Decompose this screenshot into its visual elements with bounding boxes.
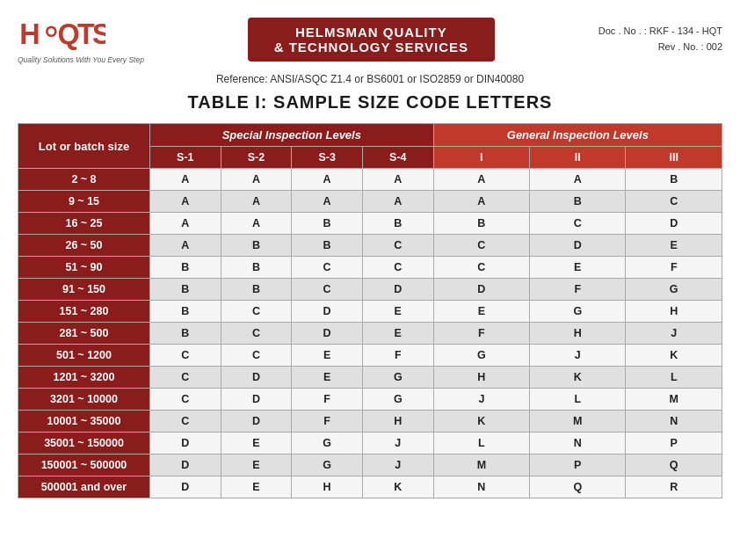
table-row: 16 ~ 25AABBBCD — [18, 213, 722, 235]
data-cell-g1: F — [433, 323, 529, 345]
general-header: General Inspection Levels — [433, 124, 722, 147]
data-cell-g3: K — [626, 345, 722, 367]
lot-range-cell: 2 ~ 8 — [18, 169, 150, 191]
data-cell-s1: D — [150, 433, 221, 455]
data-cell-s1: B — [150, 323, 221, 345]
data-cell-s2: B — [221, 235, 292, 257]
data-cell-s3: A — [292, 169, 363, 191]
data-cell-s4: G — [362, 389, 433, 411]
table-row: 10001 ~ 35000CDFHKMN — [18, 411, 722, 433]
data-cell-s3: G — [292, 455, 363, 476]
general-sub-2: III — [626, 147, 722, 169]
lot-range-cell: 1201 ~ 3200 — [18, 367, 150, 389]
special-sub-0: S-1 — [150, 147, 221, 169]
data-cell-g3: R — [626, 476, 722, 498]
data-cell-g3: H — [626, 301, 722, 323]
table-row: 35001 ~ 150000DEGJLNP — [18, 433, 722, 455]
data-cell-g3: M — [626, 389, 722, 411]
data-cell-g2: N — [530, 433, 626, 455]
data-cell-g1: K — [433, 411, 529, 433]
lot-range-cell: 9 ~ 15 — [18, 191, 150, 213]
data-cell-g1: C — [433, 235, 529, 257]
lot-range-cell: 35001 ~ 150000 — [18, 433, 150, 455]
data-cell-g1: A — [433, 169, 529, 191]
data-cell-s2: D — [221, 389, 292, 411]
page-header: H Q T S Quality Solutions With You Every… — [18, 14, 722, 64]
table-row: 150001 ~ 500000DEGJMPQ — [18, 455, 722, 476]
data-cell-s1: C — [150, 411, 221, 433]
data-cell-s1: C — [150, 367, 221, 389]
data-cell-s4: A — [362, 191, 433, 213]
data-cell-s1: B — [150, 257, 221, 279]
data-cell-s4: J — [362, 455, 433, 476]
company-line1: HELMSMAN QUALITY — [274, 25, 468, 40]
data-cell-g1: G — [433, 345, 529, 367]
data-cell-s1: D — [150, 476, 221, 498]
table-row: 51 ~ 90BBCCCEF — [18, 257, 722, 279]
data-cell-s2: A — [221, 169, 292, 191]
special-header: Special Inspection Levels — [150, 124, 434, 147]
lot-range-cell: 16 ~ 25 — [18, 213, 150, 235]
data-cell-s4: J — [362, 433, 433, 455]
data-cell-s4: K — [362, 476, 433, 498]
data-cell-s2: E — [221, 455, 292, 476]
data-cell-s2: E — [221, 476, 292, 498]
doc-info: Doc . No . : RKF - 134 - HQT Rev . No. :… — [599, 24, 722, 55]
lot-range-cell: 150001 ~ 500000 — [18, 455, 150, 476]
data-cell-g1: A — [433, 191, 529, 213]
lot-range-cell: 501 ~ 1200 — [18, 345, 150, 367]
data-cell-s3: D — [292, 301, 363, 323]
data-cell-g2: P — [530, 455, 626, 476]
data-cell-g3: Q — [626, 455, 722, 476]
data-cell-g1: B — [433, 213, 529, 235]
table-row: 2 ~ 8AAAAAAB — [18, 169, 722, 191]
data-cell-s4: C — [362, 257, 433, 279]
table-row: 9 ~ 15AAAAABC — [18, 191, 722, 213]
data-cell-s4: H — [362, 411, 433, 433]
data-cell-s3: B — [292, 235, 363, 257]
data-cell-s3: C — [292, 279, 363, 301]
data-cell-s2: C — [221, 323, 292, 345]
lot-range-cell: 151 ~ 280 — [18, 301, 150, 323]
data-cell-g2: K — [530, 367, 626, 389]
data-cell-s2: B — [221, 257, 292, 279]
data-cell-s2: A — [221, 213, 292, 235]
data-cell-g2: D — [530, 235, 626, 257]
data-cell-s4: C — [362, 235, 433, 257]
data-cell-g3: B — [626, 169, 722, 191]
data-cell-s4: E — [362, 323, 433, 345]
data-cell-s4: D — [362, 279, 433, 301]
lot-range-cell: 10001 ~ 35000 — [18, 411, 150, 433]
special-sub-2: S-3 — [292, 147, 363, 169]
data-cell-s1: A — [150, 213, 221, 235]
data-cell-g3: D — [626, 213, 722, 235]
data-cell-g3: P — [626, 433, 722, 455]
data-cell-s1: D — [150, 455, 221, 476]
logo-subtitle: Quality Solutions With You Every Step — [18, 55, 144, 64]
lot-range-cell: 281 ~ 500 — [18, 323, 150, 345]
data-cell-s2: E — [221, 433, 292, 455]
general-sub-0: I — [433, 147, 529, 169]
hqts-logo: H Q T S — [18, 14, 105, 54]
data-cell-g3: F — [626, 257, 722, 279]
data-cell-g3: J — [626, 323, 722, 345]
special-sub-3: S-4 — [362, 147, 433, 169]
page-title: TABLE I: SAMPLE SIZE CODE LETTERS — [18, 92, 722, 113]
svg-text:S: S — [92, 18, 105, 50]
data-cell-s1: A — [150, 169, 221, 191]
data-cell-s4: G — [362, 367, 433, 389]
special-sub-1: S-2 — [221, 147, 292, 169]
data-cell-g2: M — [530, 411, 626, 433]
sample-size-table: Lot or batch size Special Inspection Lev… — [18, 123, 722, 498]
data-cell-g1: C — [433, 257, 529, 279]
data-cell-s3: A — [292, 191, 363, 213]
svg-text:H: H — [19, 18, 40, 50]
svg-text:Q: Q — [58, 18, 80, 50]
data-cell-s4: A — [362, 169, 433, 191]
table-row: 281 ~ 500BCDEFHJ — [18, 323, 722, 345]
table-row: 151 ~ 280BCDEEGH — [18, 301, 722, 323]
data-cell-g3: L — [626, 367, 722, 389]
data-cell-g1: E — [433, 301, 529, 323]
data-cell-g3: E — [626, 235, 722, 257]
lot-range-cell: 3201 ~ 10000 — [18, 389, 150, 411]
